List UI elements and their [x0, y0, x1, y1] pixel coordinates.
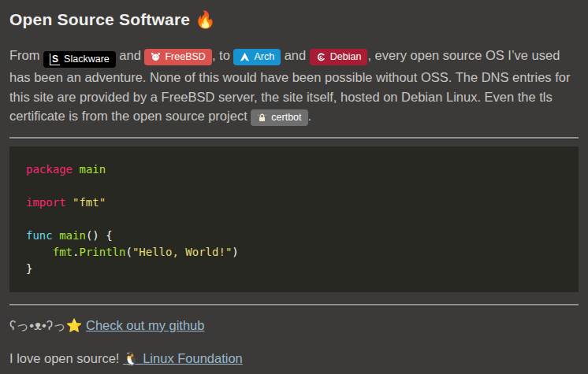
freebsd-beastie-icon — [151, 52, 161, 62]
code-line: import "fmt" — [26, 194, 562, 211]
linux-foundation-link[interactable]: 🐧 Linux Foundation — [123, 351, 243, 365]
code-line: func main() { — [26, 228, 562, 244]
intro-text-from: From — [9, 48, 43, 62]
code-line: package main — [26, 161, 562, 178]
arch-badge[interactable]: Arch — [233, 49, 281, 65]
footer-link-label: Linux Foundation — [143, 351, 243, 365]
slackware-badge[interactable]: SSlackware — [43, 51, 116, 68]
badge-label: FreeBSD — [165, 51, 205, 62]
arch-logo-icon — [240, 52, 250, 62]
code-line: } — [26, 261, 562, 277]
intro-paragraph: From SSlackware and FreeBSD, to Arch and… — [9, 46, 579, 126]
badge-label: Arch — [254, 51, 274, 62]
footer-text: I love open source! — [9, 351, 123, 365]
badge-label: certbot — [271, 112, 301, 123]
penguin-icon: 🐧 — [123, 351, 143, 365]
code-block: package main import "fmt" func main() { … — [9, 146, 579, 292]
certbot-badge[interactable]: certbot — [251, 109, 307, 125]
code-line: fmt.Println("Hello, World!") — [26, 244, 562, 261]
badge-label: Debian — [330, 51, 362, 62]
code-line — [26, 178, 562, 194]
kaomoji-text: ʕっ•ᴥ•ʔっ⭐ — [9, 318, 86, 332]
intro-text-and2: and — [281, 48, 310, 62]
divider — [9, 137, 579, 139]
code-line — [26, 211, 562, 228]
freebsd-badge[interactable]: FreeBSD — [144, 49, 211, 65]
github-line: ʕっ•ᴥ•ʔっ⭐ Check out my github — [9, 316, 579, 335]
divider — [9, 304, 579, 305]
badge-label: Slackware — [64, 54, 110, 65]
footer-line: I love open source! 🐧 Linux Foundation — [9, 349, 579, 368]
slackware-s-icon: S — [50, 54, 60, 65]
github-link[interactable]: Check out my github — [86, 318, 204, 332]
debian-swirl-icon — [316, 52, 326, 62]
certbot-lock-icon — [257, 113, 267, 123]
intro-text-to: , to — [212, 48, 234, 62]
intro-text-and1: and — [116, 48, 145, 62]
debian-badge[interactable]: Debian — [310, 49, 368, 65]
page-title: Open Source Software 🔥 — [9, 10, 579, 29]
intro-text-period: . — [308, 109, 312, 123]
